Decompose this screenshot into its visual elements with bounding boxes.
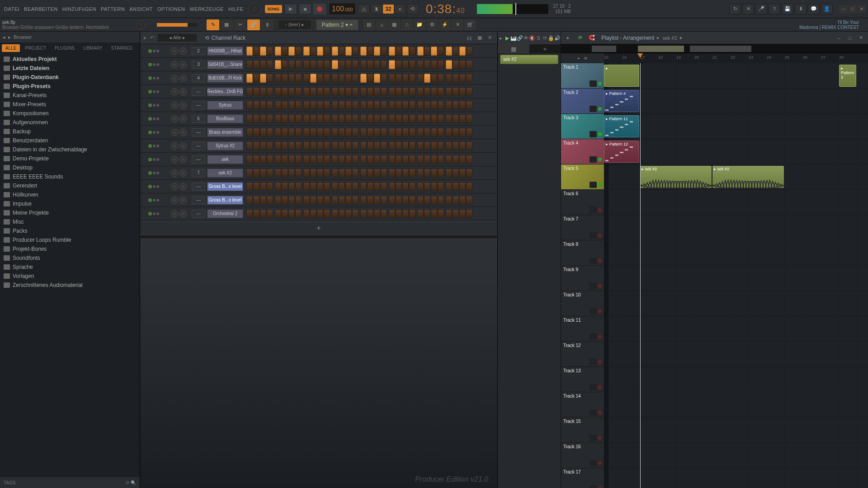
step-cell[interactable]	[332, 60, 338, 69]
track-header[interactable]: Track 16	[561, 443, 604, 468]
step-cell[interactable]	[374, 196, 380, 205]
step-cell[interactable]	[275, 182, 281, 191]
step-cell[interactable]	[360, 196, 367, 205]
tree-item[interactable]: Letzte Dateien	[0, 64, 140, 73]
step-cell[interactable]	[246, 87, 253, 96]
step-cell[interactable]	[402, 182, 409, 191]
step-cell[interactable]	[253, 74, 259, 83]
browser-tab-library[interactable]: LIBRARY	[80, 44, 106, 52]
step-cell[interactable]	[303, 128, 310, 137]
step-cell[interactable]	[246, 169, 253, 178]
track-led[interactable]	[598, 158, 602, 161]
step-cell[interactable]	[446, 60, 452, 69]
step-cell[interactable]	[459, 47, 466, 56]
step-cell[interactable]	[332, 101, 338, 110]
step-cell[interactable]	[332, 196, 338, 205]
track-lane[interactable]	[604, 316, 868, 342]
rack-undo-icon[interactable]: ↶	[150, 35, 154, 41]
step-cell[interactable]	[453, 60, 459, 69]
track-mute-icon[interactable]	[590, 283, 597, 289]
tool-paint-icon[interactable]: ▦	[220, 19, 233, 30]
rack-menu-icon[interactable]: ▸	[144, 35, 146, 41]
step-cell[interactable]	[367, 155, 373, 164]
browser-panel-icon[interactable]: 📁	[414, 19, 425, 30]
step-cell[interactable]	[303, 196, 310, 205]
track-header[interactable]: Track 1	[561, 63, 604, 89]
track-mute-icon[interactable]	[590, 460, 597, 466]
playlist-clip[interactable]: ▸ Pattern 11	[604, 115, 639, 137]
step-cell[interactable]	[332, 141, 338, 150]
step-cell[interactable]	[345, 155, 352, 164]
step-cell[interactable]	[275, 87, 281, 96]
step-cell[interactable]	[389, 209, 395, 218]
piano-roll-panel-icon[interactable]: ♫	[376, 19, 387, 30]
channel-vol-knob[interactable]	[179, 169, 187, 177]
step-cell[interactable]	[253, 141, 259, 150]
step-cell[interactable]	[295, 114, 302, 123]
step-cell[interactable]	[339, 182, 345, 191]
tempo-tap-icon[interactable]: ⚡	[439, 19, 451, 30]
channel-pan-knob[interactable]	[171, 169, 178, 177]
step-cell[interactable]	[339, 87, 345, 96]
step-cell[interactable]	[466, 128, 472, 137]
step-cell[interactable]	[438, 74, 444, 83]
step-cell[interactable]	[453, 114, 459, 123]
channel-name[interactable]: BooBass	[207, 114, 243, 123]
step-cell[interactable]	[381, 114, 387, 123]
step-cell[interactable]	[431, 182, 437, 191]
channel-mixer-slot[interactable]: ---	[192, 142, 205, 150]
channel-vol-knob[interactable]	[179, 61, 187, 68]
step-cell[interactable]	[438, 87, 444, 96]
step-cell[interactable]	[267, 101, 273, 110]
step-cell[interactable]	[324, 196, 330, 205]
track-led[interactable]	[598, 107, 602, 111]
step-cell[interactable]	[352, 155, 359, 164]
playlist-panel-icon[interactable]: ▤	[363, 19, 375, 30]
refresh-icon[interactable]: ⟳	[126, 480, 129, 485]
step-cell[interactable]	[389, 141, 395, 150]
tree-item[interactable]: EEEE EEEE Sounds	[0, 172, 140, 181]
track-lane[interactable]	[604, 190, 868, 215]
step-cell[interactable]	[446, 182, 452, 191]
step-cell[interactable]	[275, 196, 281, 205]
channel-mute[interactable]	[140, 171, 167, 175]
channel-name[interactable]: sek	[207, 155, 243, 164]
step-cell[interactable]	[295, 196, 302, 205]
playlist-clip[interactable]: ▸ Pattern 4	[604, 90, 639, 112]
step-cell[interactable]	[409, 60, 415, 69]
track-mute-icon[interactable]	[590, 384, 597, 390]
close-all-icon[interactable]: ✕	[452, 19, 463, 30]
play-button[interactable]: ▶	[284, 4, 297, 14]
step-cell[interactable]	[332, 128, 338, 137]
step-cell[interactable]	[317, 182, 323, 191]
step-cell[interactable]	[438, 114, 444, 123]
track-lane[interactable]: ▸ Pattern 4	[604, 89, 868, 114]
step-cell[interactable]	[424, 182, 430, 191]
step-cell[interactable]	[352, 141, 359, 150]
step-cell[interactable]	[275, 101, 281, 110]
menu-hinzufügen[interactable]: HINZUFüGEN	[61, 5, 98, 13]
step-cell[interactable]	[282, 209, 288, 218]
step-cell[interactable]	[345, 74, 352, 83]
step-cell[interactable]	[446, 114, 452, 123]
save-icon[interactable]: 💾	[782, 4, 793, 14]
step-cell[interactable]	[367, 114, 373, 123]
step-cell[interactable]	[374, 169, 380, 178]
step-cell[interactable]	[352, 60, 359, 69]
step-cell[interactable]	[282, 169, 288, 178]
browser-back-icon[interactable]: ◂	[3, 34, 5, 40]
maximize-button[interactable]: □	[849, 5, 857, 13]
track-mute-icon[interactable]	[590, 106, 597, 112]
step-cell[interactable]	[352, 74, 359, 83]
step-cell[interactable]	[345, 169, 352, 178]
step-cell[interactable]	[396, 128, 402, 137]
step-cell[interactable]	[339, 155, 345, 164]
step-cell[interactable]	[310, 47, 316, 56]
step-cell[interactable]	[246, 128, 253, 137]
track-header[interactable]: Track 9	[561, 266, 604, 291]
step-cell[interactable]	[417, 196, 424, 205]
step-cell[interactable]	[324, 182, 330, 191]
step-cell[interactable]	[317, 74, 323, 83]
picker-mute-icon[interactable]: 🔇	[529, 34, 535, 42]
step-cell[interactable]	[345, 182, 352, 191]
